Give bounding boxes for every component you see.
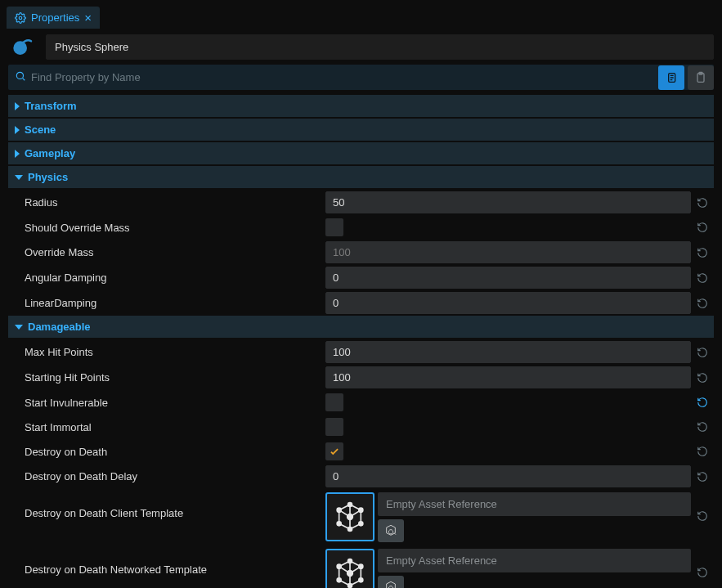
prop-label-lineardamping: LinearDamping [8, 297, 325, 309]
section-title: Damageable [28, 321, 91, 333]
reset-button[interactable] [691, 298, 714, 309]
prop-label-startinvulnerable: Start Invulnerable [8, 397, 325, 409]
object-name-input[interactable] [46, 34, 714, 60]
prop-label-shouldoverridemass: Should Override Mass [8, 222, 325, 234]
prop-label-destroyondeath: Destroy on Death [8, 446, 325, 458]
section-physics[interactable]: Physics [8, 166, 714, 188]
prop-label-dod-client-template: Destroy on Death Client Template [8, 492, 325, 519]
section-transform[interactable]: Transform [8, 95, 714, 117]
start-immortal-checkbox[interactable] [325, 418, 343, 436]
svg-point-12 [348, 527, 352, 532]
radius-input[interactable] [325, 191, 691, 213]
svg-point-16 [348, 559, 352, 563]
prop-label-angulardamping: Angular Damping [8, 272, 325, 284]
svg-point-11 [359, 522, 363, 526]
section-title: Physics [28, 171, 68, 183]
section-title: Scene [25, 123, 56, 136]
section-title: Transform [25, 100, 77, 112]
starting-hit-points-input[interactable] [325, 366, 691, 388]
prop-label-radius: Radius [8, 196, 325, 209]
reset-button[interactable] [691, 197, 714, 209]
tab-title: Properties [31, 11, 79, 24]
svg-point-17 [337, 578, 341, 582]
angular-damping-input[interactable] [325, 267, 691, 289]
linear-damping-input[interactable] [325, 292, 691, 314]
prop-label-startimmortal: Start Immortal [8, 421, 325, 433]
chevron-right-icon [15, 150, 20, 158]
asset-picker-button[interactable] [378, 519, 404, 542]
asset-reference-label: Empty Asset Reference [378, 549, 691, 572]
prop-label-startinghitpoints: Starting Hit Points [8, 371, 325, 384]
override-mass-input[interactable] [325, 241, 691, 263]
asset-picker-button[interactable] [378, 576, 404, 588]
reset-button[interactable] [691, 446, 714, 457]
reset-button[interactable] [691, 272, 714, 284]
svg-point-7 [337, 508, 341, 512]
reset-button[interactable] [691, 397, 714, 408]
reset-button[interactable] [691, 247, 714, 258]
svg-point-8 [359, 508, 363, 512]
svg-point-10 [337, 522, 341, 526]
tab-properties[interactable]: Properties × [7, 7, 100, 29]
search-input[interactable] [31, 71, 648, 83]
section-title: Gameplay [25, 147, 75, 159]
close-icon[interactable]: × [84, 11, 92, 25]
svg-point-13 [348, 571, 353, 577]
svg-point-15 [359, 564, 363, 568]
asset-thumbnail[interactable] [325, 492, 374, 541]
reset-button[interactable] [691, 222, 714, 233]
section-scene[interactable]: Scene [8, 119, 714, 141]
tab-bar: Properties × [0, 0, 722, 29]
search-icon [15, 70, 26, 84]
reset-button[interactable] [691, 549, 714, 578]
prop-label-destroyondeathdelay: Destroy on Death Delay [8, 470, 325, 483]
reset-button[interactable] [691, 372, 714, 384]
chevron-down-icon [15, 175, 23, 180]
copy-button[interactable] [658, 65, 684, 90]
section-gameplay[interactable]: Gameplay [8, 142, 714, 164]
svg-point-19 [348, 584, 352, 588]
reset-button[interactable] [691, 421, 714, 433]
should-override-mass-checkbox[interactable] [325, 218, 343, 236]
svg-point-1 [13, 41, 27, 55]
svg-point-2 [16, 72, 23, 79]
prop-label-maxhitpoints: Max Hit Points [8, 346, 325, 358]
start-invulnerable-checkbox[interactable] [325, 393, 343, 411]
reset-button[interactable] [691, 471, 714, 483]
prop-label-overridemass: Override Mass [8, 246, 325, 258]
object-type-icon [8, 32, 38, 61]
asset-reference-label: Empty Asset Reference [378, 492, 691, 516]
svg-point-6 [348, 514, 353, 520]
paste-button[interactable] [688, 65, 714, 90]
section-damageable[interactable]: Damageable [8, 316, 714, 338]
gear-icon [15, 12, 26, 24]
chevron-right-icon [15, 102, 20, 110]
reset-button[interactable] [691, 492, 714, 522]
svg-point-18 [359, 578, 363, 582]
chevron-right-icon [15, 126, 20, 134]
chevron-down-icon [15, 325, 23, 330]
destroy-on-death-delay-input[interactable] [325, 465, 691, 487]
prop-label-dod-networked-template: Destroy on Death Networked Template [8, 549, 325, 576]
asset-thumbnail[interactable] [325, 549, 374, 588]
reset-button[interactable] [691, 347, 714, 358]
svg-point-14 [337, 564, 341, 568]
max-hit-points-input[interactable] [325, 341, 691, 363]
svg-point-9 [348, 503, 352, 507]
svg-point-0 [19, 16, 22, 20]
destroy-on-death-checkbox[interactable] [325, 442, 343, 460]
